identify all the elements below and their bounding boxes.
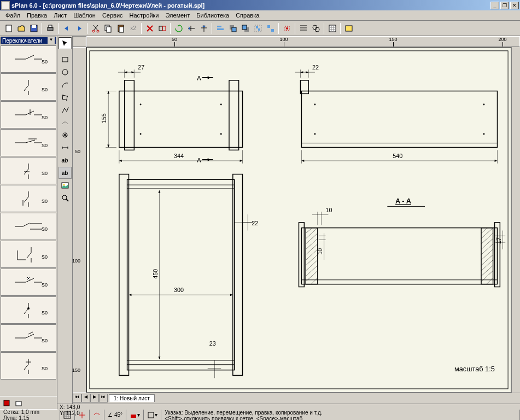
scrollbar-horizontal[interactable]: [155, 393, 520, 401]
paste-button[interactable]: [114, 22, 127, 34]
close-button[interactable]: ✕: [510, 2, 519, 9]
menu-file[interactable]: Файл: [2, 11, 24, 20]
lib-item[interactable]: S0: [1, 129, 56, 156]
svg-point-25: [286, 27, 288, 30]
lib-item[interactable]: S0: [1, 241, 56, 268]
zoom-tool[interactable]: [59, 192, 72, 204]
status-snap-icon[interactable]: [75, 410, 90, 420]
scrollbar-vertical[interactable]: [511, 47, 520, 393]
snap-button[interactable]: [281, 22, 293, 34]
bring-front-button[interactable]: [226, 22, 239, 34]
ruler-v-label: 50: [75, 149, 80, 154]
lib-label: S0: [42, 199, 48, 204]
special-tool[interactable]: [59, 129, 72, 141]
send-back-button[interactable]: [239, 22, 252, 34]
tab-nav-last[interactable]: ⏭: [99, 394, 108, 402]
mirror-h-button[interactable]: [185, 22, 197, 34]
image-tool[interactable]: [59, 179, 72, 191]
rotate-button[interactable]: [172, 22, 185, 34]
minimize-button[interactable]: _: [490, 2, 499, 9]
ungroup-button[interactable]: [264, 22, 277, 34]
align-button[interactable]: [214, 22, 226, 34]
preview-button[interactable]: [342, 22, 355, 34]
open-button[interactable]: [15, 22, 27, 34]
menu-edit[interactable]: Правка: [24, 11, 50, 20]
menu-service[interactable]: Сервис: [99, 11, 126, 20]
lib-item[interactable]: S0: [1, 296, 56, 324]
menu-settings[interactable]: Настройки: [126, 11, 162, 20]
canvas[interactable]: 27 155 344 A A: [86, 47, 511, 393]
ruler-h-label: 100: [279, 37, 288, 42]
status-color-btn[interactable]: ▾: [126, 410, 144, 420]
tab-nav-next[interactable]: ▶: [90, 394, 99, 402]
lib-add-button[interactable]: [13, 398, 24, 408]
undo-button[interactable]: [60, 22, 73, 34]
lib-label: S0: [42, 87, 48, 92]
grid-button[interactable]: [326, 22, 338, 34]
status-hint2: <Shift>-отключить привязку к сетке, <Spa…: [165, 416, 302, 420]
polygon-tool[interactable]: [59, 91, 72, 103]
lib-item[interactable]: S0: [1, 352, 56, 380]
circle-tool[interactable]: [59, 66, 72, 78]
lib-item[interactable]: S0: [1, 73, 56, 101]
redo-button[interactable]: [73, 22, 85, 34]
tab-nav-prev[interactable]: ◀: [81, 394, 90, 402]
duplicate-button[interactable]: [156, 22, 168, 34]
new-button[interactable]: [2, 22, 15, 34]
svg-line-71: [28, 332, 33, 334]
paste-multi-button[interactable]: x2: [127, 22, 139, 34]
svg-rect-172: [64, 412, 71, 418]
lib-label: S0: [42, 366, 48, 371]
print-button[interactable]: [44, 22, 56, 34]
lib-label: S0: [42, 282, 48, 288]
svg-line-69: [26, 334, 34, 338]
status-rubber-icon[interactable]: [90, 410, 104, 420]
lib-item[interactable]: S0: [1, 185, 56, 212]
ruler-h-label: 150: [389, 37, 397, 42]
svg-point-82: [66, 100, 67, 101]
arc-tool[interactable]: [59, 79, 72, 91]
status-color2-btn[interactable]: ▾: [144, 410, 161, 420]
status-grid-icon[interactable]: [60, 410, 75, 420]
menu-template[interactable]: Шаблон: [70, 11, 99, 20]
save-button[interactable]: [27, 22, 40, 34]
menu-sheet[interactable]: Лист: [50, 11, 70, 20]
pointer-tool[interactable]: [59, 37, 72, 49]
svg-point-110: [314, 104, 315, 106]
lib-item[interactable]: S0: [1, 213, 56, 240]
lib-item[interactable]: S0: [1, 101, 56, 129]
delete-button[interactable]: [143, 22, 156, 34]
library-selector[interactable]: Переключатели ▼: [1, 37, 56, 44]
bezier-tool[interactable]: [59, 116, 72, 129]
mirror-v-button[interactable]: [197, 22, 210, 34]
lib-item[interactable]: S0: [1, 45, 56, 73]
cut-button[interactable]: [89, 22, 102, 34]
list-button[interactable]: [297, 22, 309, 34]
textbox-tool[interactable]: ab: [59, 167, 72, 179]
menu-element[interactable]: Элемент: [162, 11, 193, 20]
dimension-tool[interactable]: [59, 142, 72, 154]
copy-button[interactable]: [102, 22, 114, 34]
lib-edit-button[interactable]: [1, 398, 12, 408]
tab-nav-first[interactable]: ⏮: [73, 394, 81, 402]
lib-label: S0: [42, 59, 48, 65]
menu-library[interactable]: Библиотека: [193, 11, 232, 20]
lib-item[interactable]: S0: [1, 269, 56, 296]
lib-item[interactable]: S0: [1, 157, 56, 184]
title-text: sPlan 6.0 - [c:\program files\splan_6.0\…: [11, 2, 490, 9]
dim-344: 344: [174, 153, 184, 159]
sheet-tab[interactable]: 1: Новый лист: [109, 394, 155, 402]
line-tool[interactable]: [59, 104, 72, 116]
svg-rect-13: [217, 26, 221, 27]
maximize-button[interactable]: ❐: [500, 2, 509, 9]
main-area: Переключатели ▼ S0 S0 S0 S0 S0 S0 S0 S0 …: [0, 36, 520, 409]
menu-help[interactable]: Справка: [232, 11, 262, 20]
dim-450: 450: [152, 269, 159, 279]
rect-tool[interactable]: [59, 54, 72, 66]
group-button[interactable]: [252, 22, 264, 34]
lib-item[interactable]: S0: [1, 324, 56, 352]
search-button[interactable]: [309, 22, 322, 34]
text-tool[interactable]: ab: [59, 154, 72, 166]
dim-22: 22: [312, 64, 319, 71]
statusbar: Сетка: 1,0 mm Лупа: 1,15 ∠45° ▾ ▾ Указка…: [0, 409, 520, 420]
